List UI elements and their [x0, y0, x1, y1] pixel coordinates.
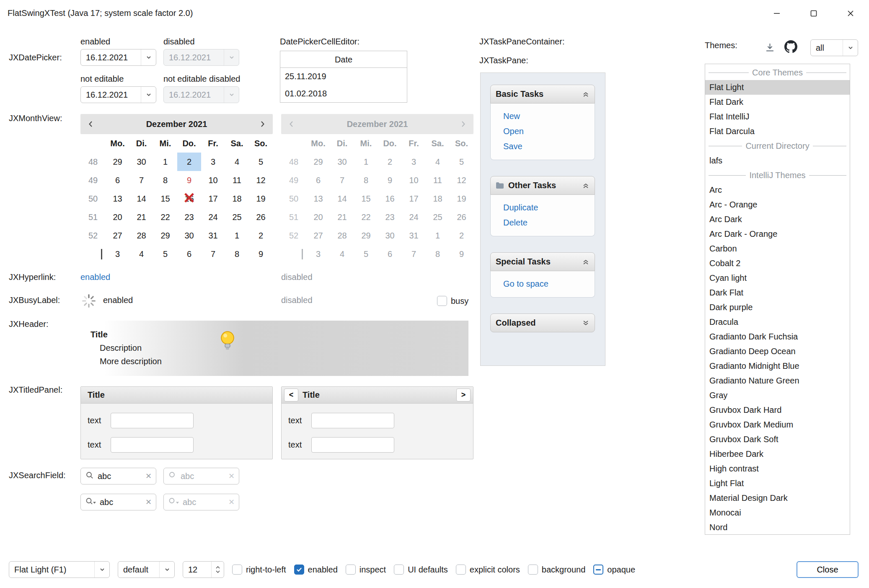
calendar-day-cell[interactable]: 11	[225, 171, 249, 189]
calendar-day-cell[interactable]: 3	[106, 245, 129, 263]
checkbox-inspect[interactable]: inspect	[346, 565, 386, 575]
theme-list-item[interactable]: Gradianto Nature Green	[705, 373, 850, 388]
calendar-day-cell[interactable]: 7	[201, 245, 225, 263]
theme-list-item[interactable]: Material Design Dark	[705, 491, 850, 505]
table-row[interactable]: 25.11.2019	[280, 68, 407, 85]
checkbox-ui-defaults[interactable]: UI defaults	[394, 565, 448, 575]
calendar-day-cell[interactable]: 21	[129, 208, 153, 226]
checkbox-opaque[interactable]: opaque	[593, 565, 635, 575]
calendar-day-cell[interactable]: 16✕	[177, 189, 201, 208]
theme-list-item[interactable]: Gruvbox Dark Soft	[705, 432, 850, 447]
calendar-day-cell[interactable]: 6	[177, 245, 201, 263]
calendar-day-cell[interactable]: 5	[153, 245, 177, 263]
previous-month-button[interactable]	[80, 120, 101, 128]
theme-list-item[interactable]: Gradianto Midnight Blue	[705, 359, 850, 373]
github-icon[interactable]	[784, 40, 797, 53]
calendar-day-cell[interactable]: 15	[153, 189, 177, 208]
task-link[interactable]: Duplicate	[503, 200, 595, 215]
calendar-day-cell[interactable]: 14	[129, 189, 153, 208]
calendar-day-cell[interactable]: 31	[201, 226, 225, 245]
theme-list-item[interactable]: Gray	[705, 388, 850, 403]
task-link[interactable]: New	[503, 109, 595, 124]
theme-list-item[interactable]: Flat Dark	[705, 95, 850, 109]
font-combo[interactable]: default	[118, 561, 175, 578]
search-field-enabled[interactable]: abc ✕	[80, 468, 156, 484]
theme-list-item[interactable]: Arc	[705, 183, 850, 197]
taskpane-header[interactable]: Collapsed	[490, 313, 595, 332]
theme-list-item[interactable]: High contrast	[705, 461, 850, 476]
checkbox-explicit-colors[interactable]: explicit colors	[456, 565, 520, 575]
calendar-day-cell[interactable]: 13	[106, 189, 129, 208]
theme-filter-combo[interactable]: all	[810, 39, 858, 56]
checkbox-right-to-left[interactable]: right-to-left	[232, 565, 286, 575]
calendar-day-cell[interactable]: 20	[106, 208, 129, 226]
calendar-day-cell[interactable]: 1	[153, 153, 177, 171]
panel-left-button[interactable]: <	[284, 389, 298, 401]
taskpane-header[interactable]: Special Tasks	[490, 252, 595, 271]
clear-icon[interactable]: ✕	[145, 497, 152, 507]
calendar-day-cell[interactable]: 18	[225, 189, 249, 208]
text-input[interactable]	[311, 437, 394, 453]
calendar-day-cell[interactable]: 4	[225, 153, 249, 171]
text-input[interactable]	[311, 413, 394, 428]
calendar-day-cell[interactable]: 27	[106, 226, 129, 245]
task-link[interactable]: Delete	[503, 215, 595, 230]
table-row[interactable]: 01.02.2018	[280, 85, 407, 102]
theme-list-item[interactable]: lafs	[705, 153, 850, 168]
calendar-day-cell[interactable]: 26	[249, 208, 273, 226]
calendar-day-cell[interactable]: 30	[129, 153, 153, 171]
calendar-day-cell[interactable]: 8	[153, 171, 177, 189]
calendar-day-cell[interactable]: 9	[249, 245, 273, 263]
theme-list-item[interactable]: Flat IntelliJ	[705, 109, 850, 124]
theme-list-item[interactable]: Arc Dark	[705, 212, 850, 227]
calendar-day-cell[interactable]: 19	[249, 189, 273, 208]
calendar-day-cell[interactable]: 2	[177, 153, 201, 171]
theme-list-item[interactable]: Cobalt 2	[705, 256, 850, 271]
datepicker-not-editable[interactable]: 16.12.2021	[80, 86, 156, 103]
calendar-day-cell[interactable]: 24	[201, 208, 225, 226]
calendar-day-cell[interactable]: 29	[106, 153, 129, 171]
calendar-day-cell[interactable]: 4	[129, 245, 153, 263]
next-month-button[interactable]	[252, 120, 273, 128]
calendar-day-cell[interactable]: 8	[225, 245, 249, 263]
calendar-day-cell[interactable]: 6	[106, 171, 129, 189]
calendar-day-cell[interactable]: 22	[153, 208, 177, 226]
task-link[interactable]: Save	[503, 139, 595, 154]
minimize-button[interactable]	[758, 0, 795, 26]
calendar-day-cell[interactable]: 10	[201, 171, 225, 189]
theme-list-item[interactable]: Hiberbee Dark	[705, 447, 850, 461]
task-link[interactable]: Go to space	[503, 276, 595, 291]
calendar-day-cell[interactable]: 7	[129, 171, 153, 189]
panel-right-button[interactable]: >	[456, 389, 471, 401]
calendar-day-cell[interactable]: 5	[249, 153, 273, 171]
text-input[interactable]	[111, 437, 194, 453]
calendar-day-cell[interactable]: 17	[201, 189, 225, 208]
calendar-day-cell[interactable]: 2	[249, 226, 273, 245]
text-input[interactable]	[111, 413, 194, 428]
calendar-day-cell[interactable]: 25	[225, 208, 249, 226]
laf-combo[interactable]: Flat Light (F1)	[9, 561, 110, 578]
theme-list-item[interactable]: Cyan light	[705, 271, 850, 285]
theme-list-item[interactable]: Nord	[705, 520, 850, 535]
theme-list-item[interactable]: Flat Darcula	[705, 124, 850, 139]
clear-icon[interactable]: ✕	[145, 471, 152, 481]
calendar-day-cell[interactable]: 23	[177, 208, 201, 226]
theme-list-item[interactable]: Light Flat	[705, 476, 850, 491]
taskpane-header[interactable]: Other Tasks	[490, 176, 595, 195]
theme-list-item[interactable]: Arc Dark - Orange	[705, 227, 850, 241]
close-button[interactable]: Close	[797, 561, 859, 578]
checkbox-enabled[interactable]: enabled	[294, 565, 338, 575]
theme-list-item[interactable]: Arc - Orange	[705, 197, 850, 212]
theme-list-item[interactable]: Monocai	[705, 505, 850, 520]
datepicker-enabled[interactable]: 16.12.2021	[80, 49, 156, 66]
theme-list-item[interactable]: Dark purple	[705, 300, 850, 315]
theme-list-item[interactable]: Gruvbox Dark Hard	[705, 403, 850, 417]
calendar-day-cell[interactable]: 1	[225, 226, 249, 245]
maximize-button[interactable]	[795, 0, 832, 26]
theme-list-item[interactable]: Carbon	[705, 241, 850, 256]
calendar-day-cell[interactable]: 9	[177, 171, 201, 189]
theme-list-item[interactable]: Gradianto Dark Fuchsia	[705, 329, 850, 344]
close-window-button[interactable]	[832, 0, 869, 26]
calendar-day-cell[interactable]: 29	[153, 226, 177, 245]
theme-list-item[interactable]: Flat Light	[705, 80, 850, 95]
